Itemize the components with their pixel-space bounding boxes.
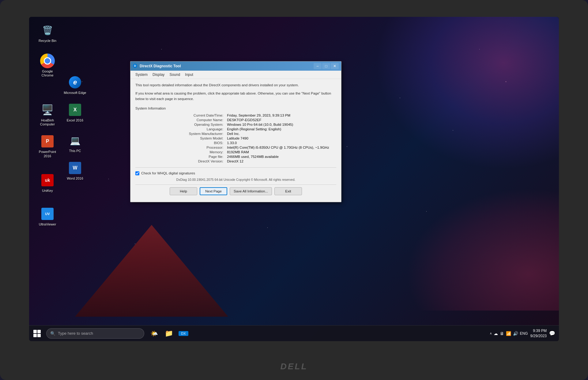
whql-checkbox[interactable] (135, 171, 139, 175)
value-memory: 8192MB RAM (226, 150, 336, 155)
taskbar-icons: 🌤️ 📁 DX (148, 327, 190, 340)
tray-lang[interactable]: ENG (520, 331, 528, 336)
value-language: English (Regional Setting: English) (226, 127, 336, 132)
tab-system[interactable]: System (133, 72, 150, 77)
sysinfo-row-bios: BIOS: 1.33.0 (135, 141, 336, 145)
sysinfo-row-memory: Memory: 8192MB RAM (135, 150, 336, 155)
unikey-icon[interactable]: uk UniKey (35, 173, 60, 193)
close-button[interactable]: ✕ (331, 63, 339, 69)
label-pagefile: Page file: (135, 155, 226, 159)
recycle-bin-label: Recycle Bin (39, 39, 56, 43)
value-pagefile: 2466MB used, 7524MB available (226, 155, 336, 159)
mountain-silhouette (75, 225, 228, 317)
window-titlebar: D DirectX Diagnostic Tool – □ ✕ (130, 61, 341, 71)
recycle-bin-icon[interactable]: 🗑️ Recycle Bin (35, 23, 60, 43)
tray-onedrive-icon: ☁ (494, 331, 498, 336)
powerpoint-2016-label: PowerPoint 2016 (35, 150, 60, 158)
laptop-frame: 🗑️ Recycle Bin GoogleChrome e M (0, 0, 588, 380)
desktop-icons-col4: 💻 This PC W Word 2016 (63, 133, 87, 181)
google-chrome-label: GoogleChrome (41, 69, 53, 77)
window-title: DirectX Diagnostic Tool (140, 64, 314, 68)
notification-icon[interactable]: 💬 (549, 330, 555, 336)
google-chrome-icon[interactable]: GoogleChrome (35, 54, 60, 77)
value-manufacturer: Dell Inc. (226, 132, 336, 136)
checkbox-row: Check for WHQL digital signatures (135, 171, 336, 175)
value-processor: Intel(R) Core(TM) i5-8350U CPU @ 1.70GHz… (226, 145, 336, 150)
divider-1 (135, 167, 336, 168)
desktop-icons-col2: e Microsoft Edge X Excel 2016 (63, 75, 87, 122)
nebula-effect-2 (406, 188, 559, 311)
save-all-button[interactable]: Save All Information... (230, 187, 272, 195)
value-directx: DirectX 12 (226, 159, 336, 164)
hoabinh-computer-icon[interactable]: 🖥️ HoaBinhComputer (35, 102, 60, 126)
screen: 🗑️ Recycle Bin GoogleChrome e M (29, 17, 559, 341)
ultraviewer-icon[interactable]: UV UltraViewer (35, 207, 60, 226)
this-pc-icon[interactable]: 💻 This PC (63, 133, 87, 153)
word-2016-label: Word 2016 (67, 177, 83, 181)
label-directx: DirectX Version: (135, 159, 226, 164)
next-page-button[interactable]: Next Page (200, 187, 227, 195)
unikey-label: UniKey (42, 189, 53, 193)
desktop: 🗑️ Recycle Bin GoogleChrome e M (29, 17, 559, 341)
clock-date: 9/29/2023 (530, 333, 547, 339)
excel-2016-label: Excel 2016 (67, 118, 83, 122)
taskbar: 🔍 Type here to search 🌤️ 📁 DX ∧ ☁ 🖥 (29, 325, 559, 341)
sysinfo-row-computer: Computer Name: DESKTOP-EGDS2EF (135, 118, 336, 122)
sysinfo-row-model: System Model: Latitude 7490 (135, 136, 336, 141)
help-button[interactable]: Help (170, 187, 197, 195)
desktop-icons-col3: 🖥️ HoaBinhComputer P PowerPoint 2016 (35, 102, 60, 158)
footer-info: DxDiag 10.00.19041.2075 64-bit Unicode C… (135, 178, 336, 181)
sysinfo-row-language: Language: English (Regional Setting: Eng… (135, 127, 336, 132)
taskbar-file-explorer-icon[interactable]: 📁 (163, 327, 175, 340)
tab-display[interactable]: Display (150, 72, 167, 77)
clock[interactable]: 9:39 PM 9/29/2023 (530, 328, 547, 339)
system-tray: ∧ ☁ 🖥 📶 🔊 ENG (490, 331, 528, 336)
label-memory: Memory: (135, 150, 226, 155)
label-bios: BIOS: (135, 141, 226, 145)
label-language: Language: (135, 127, 226, 132)
ultraviewer-label: UltraViewer (39, 222, 56, 226)
this-pc-label: This PC (69, 149, 81, 153)
info-text-2: If you know what area is causing the pro… (135, 91, 336, 102)
minimize-button[interactable]: – (314, 63, 322, 69)
info-text-1: This tool reports detailed information a… (135, 83, 336, 88)
search-bar[interactable]: 🔍 Type here to search (46, 328, 144, 339)
sysinfo-row-directx: DirectX Version: DirectX 12 (135, 159, 336, 164)
tab-input[interactable]: Input (183, 72, 196, 77)
label-os: Operating System: (135, 122, 226, 127)
maximize-button[interactable]: □ (322, 63, 330, 69)
value-os: Windows 10 Pro 64-bit (10.0, Build 19045… (226, 122, 336, 127)
taskbar-weather-icon[interactable]: 🌤️ (148, 327, 160, 340)
sysinfo-row-os: Operating System: Windows 10 Pro 64-bit … (135, 122, 336, 127)
sysinfo-row-pagefile: Page file: 2466MB used, 7524MB available (135, 155, 336, 159)
dell-logo: DELL (280, 362, 307, 371)
taskbar-right: ∧ ☁ 🖥 📶 🔊 ENG 9:39 PM 9/29/2023 💬 (490, 328, 559, 339)
word-2016-icon[interactable]: W Word 2016 (63, 161, 87, 181)
clock-time: 9:39 PM (530, 328, 547, 333)
whql-checkbox-label: Check for WHQL digital signatures (141, 171, 195, 175)
menu-bar: System Display Sound Input (130, 71, 341, 79)
value-model: Latitude 7490 (226, 136, 336, 141)
tab-sound[interactable]: Sound (167, 72, 183, 77)
microsoft-edge-icon[interactable]: e Microsoft Edge (63, 75, 87, 95)
label-manufacturer: System Manufacturer: (135, 132, 226, 136)
tray-chevron[interactable]: ∧ (490, 332, 492, 335)
dialog-content: This tool reports detailed information a… (130, 79, 341, 202)
label-date: Current Date/Time: (135, 113, 226, 118)
window-controls: – □ ✕ (314, 63, 339, 69)
powerpoint-2016-icon[interactable]: P PowerPoint 2016 (35, 134, 60, 158)
label-computer: Computer Name: (135, 118, 226, 122)
sysinfo-table: Current Date/Time: Friday, September 29,… (135, 113, 336, 164)
tray-wifi-icon: 📶 (506, 331, 511, 336)
start-button[interactable] (29, 326, 45, 341)
sysinfo-row-processor: Processor: Intel(R) Core(TM) i5-8350U CP… (135, 145, 336, 150)
dxdiag-window-icon: D (133, 64, 138, 69)
tray-monitor-icon: 🖥 (500, 331, 504, 336)
taskbar-dxdiag-icon[interactable]: DX (177, 327, 190, 340)
windows-logo (33, 330, 41, 337)
value-bios: 1.33.0 (226, 141, 336, 145)
search-placeholder: Type here to search (58, 331, 93, 336)
excel-2016-icon[interactable]: X Excel 2016 (63, 102, 87, 122)
label-processor: Processor: (135, 145, 226, 150)
exit-button[interactable]: Exit (274, 187, 302, 195)
